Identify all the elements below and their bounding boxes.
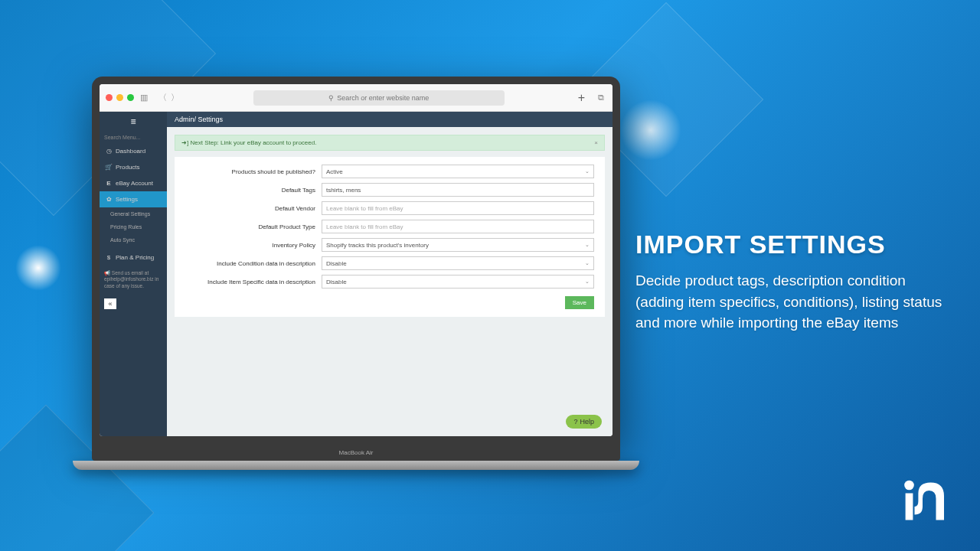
sidebar-item-settings[interactable]: ✿Settings <box>100 191 167 207</box>
sidebar-item-products[interactable]: 🛒Products <box>100 159 167 175</box>
marketing-copy: IMPORT SETTINGS Decide product tags, des… <box>635 230 957 334</box>
lens-flare <box>620 99 681 161</box>
default-tags-input[interactable]: tshirts, mens <box>322 183 594 197</box>
chevron-down-icon: ⌄ <box>585 242 590 248</box>
laptop-mockup: ▥ 〈 〉 ⚲ Search or enter website name + ⧉… <box>92 77 620 470</box>
sidebar-sub-autosync[interactable]: Auto Sync <box>100 233 167 246</box>
svg-point-0 <box>904 481 914 491</box>
back-icon[interactable]: 〈 <box>157 93 168 103</box>
browser-toolbar: ▥ 〈 〉 ⚲ Search or enter website name + ⧉ <box>100 84 612 112</box>
search-icon: ⚲ <box>328 94 334 102</box>
support-note: 📢 Send us email at epihelp@infoshore.biz… <box>100 266 167 294</box>
laptop-base <box>73 461 639 470</box>
condition-select[interactable]: Disable⌄ <box>322 256 594 270</box>
dollar-icon: $ <box>105 254 113 261</box>
sidebar-search-input[interactable]: Search Menu... <box>100 132 167 143</box>
minimize-window-icon[interactable] <box>116 94 123 101</box>
field-label: Include Item Specific data in descriptio… <box>185 279 315 285</box>
default-type-input[interactable]: Leave blank to fill from eBay <box>322 220 594 233</box>
admin-sidebar: ≡ Search Menu... ◷Dashboard 🛒Products Ee… <box>100 112 167 436</box>
sidebar-item-ebay[interactable]: EeBay Account <box>100 175 167 191</box>
close-window-icon[interactable] <box>106 94 113 101</box>
forward-icon[interactable]: 〉 <box>169 93 180 103</box>
gauge-icon: ◷ <box>105 148 113 155</box>
next-step-alert: ➜] Next Step: Link your eBay account to … <box>175 135 605 151</box>
help-button[interactable]: ?Help <box>566 415 602 429</box>
marketing-body: Decide product tags, description conditi… <box>635 270 957 334</box>
laptop-hinge: MacBook Air <box>92 444 620 461</box>
inventory-select[interactable]: Shopify tracks this product's inventory⌄ <box>322 238 594 252</box>
sidebar-sub-general[interactable]: General Settings <box>100 207 167 220</box>
field-label: Products should be published? <box>185 168 315 175</box>
sidebar-toggle-icon[interactable]: ▥ <box>139 93 149 103</box>
item-specific-select[interactable]: Disable⌄ <box>322 275 594 289</box>
login-icon: ➜] <box>181 139 190 146</box>
cart-icon: 🛒 <box>105 164 113 171</box>
chevron-down-icon: ⌄ <box>585 168 590 174</box>
sidebar-item-dashboard[interactable]: ◷Dashboard <box>100 143 167 159</box>
brand-logo <box>896 474 949 528</box>
field-label: Default Vendor <box>185 205 315 212</box>
default-vendor-input[interactable]: Leave blank to fill from eBay <box>322 201 594 215</box>
marketing-title: IMPORT SETTINGS <box>635 230 957 259</box>
lens-flare <box>15 245 61 291</box>
field-label: Include Condition data in description <box>185 260 315 267</box>
published-select[interactable]: Active⌄ <box>322 165 594 178</box>
ebay-icon: E <box>105 180 113 187</box>
field-label: Default Product Type <box>185 223 315 230</box>
menu-toggle-icon[interactable]: ≡ <box>100 112 167 132</box>
field-label: Inventory Policy <box>185 242 315 249</box>
chevron-down-icon: ⌄ <box>585 260 590 266</box>
speaker-icon: 📢 <box>104 270 112 276</box>
sidebar-sub-pricing[interactable]: Pricing Rules <box>100 220 167 233</box>
settings-form: Products should be published?Active⌄ Def… <box>175 157 605 317</box>
new-tab-icon[interactable]: + <box>578 91 585 105</box>
tabs-icon[interactable]: ⧉ <box>596 93 606 103</box>
save-button[interactable]: Save <box>565 296 594 309</box>
close-icon[interactable]: × <box>594 139 598 146</box>
breadcrumb: Admin/ Settings <box>167 112 612 127</box>
gear-icon: ✿ <box>105 196 113 203</box>
question-icon: ? <box>573 418 577 425</box>
maximize-window-icon[interactable] <box>127 94 134 101</box>
collapse-sidebar-icon[interactable]: « <box>104 298 116 309</box>
url-search-input[interactable]: ⚲ Search or enter website name <box>253 90 505 106</box>
field-label: Default Tags <box>185 187 315 194</box>
chevron-down-icon: ⌄ <box>585 279 590 285</box>
sidebar-item-plan[interactable]: $Plan & Pricing <box>100 249 167 266</box>
